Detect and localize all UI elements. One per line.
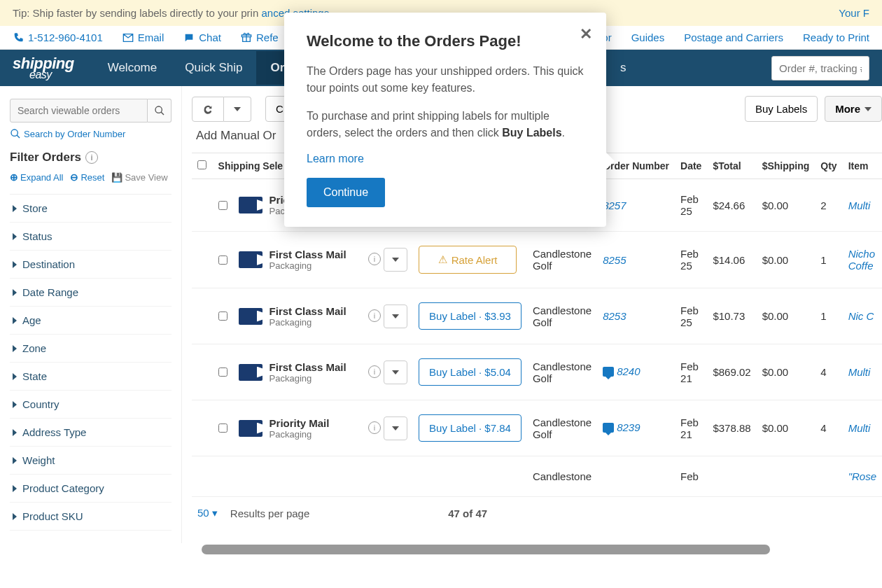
th-total[interactable]: $Total — [707, 153, 756, 179]
warning-icon: ⚠ — [438, 253, 447, 266]
total-cell: $10.73 — [707, 288, 756, 344]
buy-label-button[interactable]: Buy Label · $3.93 — [419, 302, 522, 330]
buy-labels-button[interactable]: Buy Labels — [745, 96, 818, 122]
continue-button[interactable]: Continue — [307, 178, 385, 207]
filter-item-country[interactable]: Country — [10, 391, 172, 419]
note-icon[interactable] — [603, 423, 614, 433]
nav-s[interactable]: s — [606, 51, 640, 85]
total-cell: $14.06 — [707, 232, 756, 288]
postage-link[interactable]: Postage and Carriers — [684, 31, 783, 43]
global-search — [771, 56, 869, 80]
result-count: 47 of 47 — [448, 507, 487, 519]
order-number-link[interactable]: 8240 — [603, 365, 640, 377]
save-view-link[interactable]: 💾Save View — [111, 172, 167, 183]
filter-item-age[interactable]: Age — [10, 307, 172, 335]
row-checkbox[interactable] — [218, 368, 227, 377]
order-number-link[interactable]: 8255 — [603, 254, 626, 266]
item-link[interactable]: Multi — [848, 366, 871, 378]
row-expand-button[interactable] — [384, 248, 407, 272]
th-qty[interactable]: Qty — [815, 153, 842, 179]
th-shipping-cost[interactable]: $Shipping — [757, 153, 816, 179]
chat-link[interactable]: Chat — [183, 31, 221, 43]
table-row: First Class MailPackagingi Buy Label · $… — [192, 288, 882, 344]
order-number-link[interactable]: 8239 — [603, 421, 640, 433]
filter-item-status[interactable]: Status — [10, 223, 172, 251]
row-expand-button[interactable] — [384, 304, 407, 328]
item-link[interactable]: Nic C — [848, 310, 874, 322]
filter-item-product-sku[interactable]: Product SKU — [10, 503, 172, 531]
table-row: Priority MailPackagingi Buy Label · $7.8… — [192, 400, 882, 456]
item-link[interactable]: Multi — [848, 200, 871, 211]
filter-item-address-type[interactable]: Address Type — [10, 419, 172, 447]
rate-alert-button[interactable]: ⚠Rate Alert — [419, 246, 517, 274]
qty-cell: 4 — [815, 400, 842, 456]
filter-item-store[interactable]: Store — [10, 195, 172, 223]
date-cell: Feb 21 — [675, 344, 707, 400]
phone-link[interactable]: 1-512-960-4101 — [13, 31, 103, 43]
row-expand-button[interactable] — [384, 416, 407, 440]
info-icon[interactable]: i — [368, 365, 381, 378]
row-checkbox[interactable] — [218, 255, 227, 265]
per-page-select[interactable]: 50 ▾ — [197, 507, 218, 519]
total-cell: $378.88 — [707, 400, 756, 456]
item-link[interactable]: "Rose — [848, 470, 876, 482]
item-link[interactable]: Nicho Coffe — [848, 248, 875, 272]
learn-more-link[interactable]: Learn more — [307, 153, 364, 165]
refresh-dropdown[interactable] — [224, 97, 251, 122]
guides-link[interactable]: Guides — [631, 31, 665, 43]
qty-cell — [815, 456, 842, 497]
th-date[interactable]: Date — [675, 153, 707, 179]
filter-item-date-range[interactable]: Date Range — [10, 279, 172, 307]
tip-right-link[interactable]: Your F — [839, 7, 869, 19]
ready-link[interactable]: Ready to Print — [803, 31, 869, 43]
row-checkbox[interactable] — [218, 424, 227, 433]
shipping-cell: $0.00 — [757, 232, 816, 288]
order-number-link[interactable]: 8253 — [603, 310, 626, 322]
order-number-link[interactable]: 8257 — [603, 200, 626, 211]
search-by-order-link[interactable]: Search by Order Number — [10, 128, 125, 139]
date-cell: Feb 25 — [675, 288, 707, 344]
row-checkbox[interactable] — [218, 312, 227, 321]
reset-link[interactable]: ⊖Reset — [70, 172, 104, 183]
ship-service: First Class Mail — [270, 248, 346, 260]
filter-item-product-category[interactable]: Product Category — [10, 475, 172, 503]
row-checkbox[interactable] — [218, 201, 227, 210]
more-button[interactable]: More — [825, 96, 882, 122]
phone-icon — [13, 32, 24, 43]
buy-label-button[interactable]: Buy Label · $7.84 — [419, 414, 522, 442]
buy-label-button[interactable]: Buy Label · $5.04 — [419, 358, 522, 386]
search-orders-button[interactable] — [148, 99, 172, 122]
info-icon[interactable]: i — [85, 151, 98, 164]
info-icon[interactable]: i — [368, 421, 381, 434]
ship-packaging: Packaging — [270, 373, 346, 384]
caret-right-icon — [13, 289, 17, 296]
caret-right-icon — [13, 345, 17, 352]
info-icon[interactable]: i — [368, 309, 381, 322]
note-icon[interactable] — [603, 367, 614, 377]
global-search-input[interactable] — [771, 56, 869, 80]
select-all-checkbox[interactable] — [197, 160, 206, 169]
welcome-modal: ✕ Welcome to the Orders Page! The Orders… — [284, 13, 606, 227]
expand-all-link[interactable]: ⊕Expand All — [10, 172, 63, 183]
filter-item-zone[interactable]: Zone — [10, 335, 172, 363]
filter-item-state[interactable]: State — [10, 363, 172, 391]
email-link[interactable]: Email — [122, 31, 164, 43]
refresh-button[interactable] — [192, 97, 224, 122]
nav-welcome[interactable]: Welcome — [94, 51, 172, 85]
info-icon[interactable]: i — [368, 253, 381, 265]
logo[interactable]: shipping easy — [13, 55, 74, 81]
modal-p2: To purchase and print shipping labels fo… — [307, 108, 584, 141]
row-expand-button[interactable] — [384, 360, 407, 384]
caret-right-icon — [13, 317, 17, 324]
nav-quickship[interactable]: Quick Ship — [171, 51, 256, 85]
store-cell: Candlestone Golf — [527, 400, 597, 456]
filter-item-weight[interactable]: Weight — [10, 447, 172, 475]
ship-packaging: Packaging — [270, 260, 346, 271]
th-item[interactable]: Item — [843, 153, 882, 179]
search-orders-input[interactable] — [10, 99, 148, 122]
filter-item-destination[interactable]: Destination — [10, 251, 172, 279]
close-icon[interactable]: ✕ — [580, 25, 592, 43]
gift-icon — [241, 32, 252, 43]
item-link[interactable]: Multi — [848, 422, 871, 434]
refer-link[interactable]: Refe — [241, 31, 279, 43]
